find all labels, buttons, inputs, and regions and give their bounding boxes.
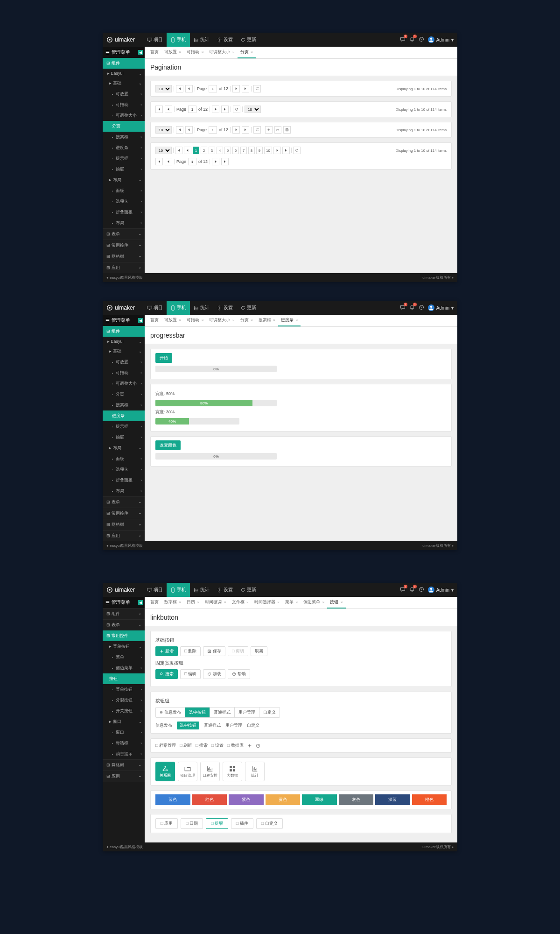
help-icon[interactable] [419,304,424,311]
close-icon[interactable]: × [179,50,182,54]
sidebar-section[interactable]: ⊞ 应用 [103,530,145,541]
topnav-mobile[interactable]: 手机 [167,33,190,47]
topnav-desktop[interactable]: 项目 [143,33,167,47]
topnav-desktop[interactable]: 项目 [143,583,167,597]
sidebar-item[interactable]: 进度条 [103,410,145,421]
close-icon[interactable]: × [246,600,249,604]
tab[interactable]: 可放置 × [161,315,184,326]
tab[interactable]: 首页 [147,315,161,326]
brand-logo[interactable]: uimaker [106,304,135,311]
button-编辑[interactable]: □ 编辑 [180,669,201,679]
brand-logo[interactable]: uimaker [106,36,135,43]
topnav-mobile[interactable]: 手机 [167,583,190,597]
group-item[interactable]: 普通样式 [210,708,235,717]
sidebar-item[interactable]: 可调整大小 [103,378,145,389]
last-button[interactable] [221,106,229,113]
group-item[interactable]: 选中按钮 [185,708,210,717]
sidebar-item[interactable]: 菜单 [103,652,145,663]
sidebar-section[interactable]: ⊞ 表单 [103,619,145,630]
group-item[interactable]: 用户管理 [235,708,259,717]
sidebar-section[interactable]: ⊞ 网格树 [103,519,145,530]
topnav-gear[interactable]: 设置 [213,33,237,47]
close-icon[interactable]: × [202,318,204,322]
tab[interactable]: 时间选择器 × [252,597,282,609]
page-number[interactable]: 9 [256,147,263,154]
sidebar-item[interactable]: 可放置 [103,89,145,99]
toolbar-icon[interactable] [264,743,269,748]
sidebar-item[interactable]: 消息提示 [103,749,145,759]
color-button[interactable]: 翠绿 [302,794,337,805]
sidebar-item[interactable]: 搜索框 [103,132,145,142]
outline-button[interactable]: □ 插件 [231,818,253,829]
button-保存[interactable]: 保存 [203,646,225,656]
topnav-refresh[interactable]: 更新 [237,301,260,315]
tab[interactable]: 首页 [147,47,161,58]
sidebar-section[interactable]: ⊞ 表单 [103,496,145,508]
page-input[interactable] [188,106,196,113]
notif-bell-icon[interactable]: 5 [409,587,415,593]
sidebar-item[interactable]: 分页 [103,389,145,400]
user-menu[interactable]: Admin▾ [428,36,454,43]
page-number[interactable]: 4 [217,147,223,154]
user-menu[interactable]: Admin▾ [428,304,454,311]
help-icon[interactable] [419,587,424,593]
outline-button[interactable]: □ 应用 [155,818,178,829]
button-新增[interactable]: 新增 [155,646,178,656]
pagesize-select[interactable]: 10 [245,106,261,113]
big-icon[interactable]: 统计 [245,762,265,781]
sidebar-header[interactable]: ⊞ 组件 [103,326,145,337]
link-item[interactable]: 普通样式 [204,722,221,729]
sidebar-item[interactable]: ▸ 基础 [103,78,145,89]
button-搜索[interactable]: 搜索 [155,669,178,679]
user-menu[interactable]: Admin▾ [428,587,454,593]
pagesize-select[interactable]: 10 [155,85,172,92]
topnav-chart[interactable]: 统计 [190,301,213,315]
button-剪切[interactable]: □ 剪切 [228,646,248,656]
group-item[interactable]: ⊕ 信息发布 [156,708,185,717]
tab[interactable]: 按钮 × [327,597,345,609]
last-button[interactable] [242,85,249,92]
cut-button[interactable]: ✂ [274,126,281,134]
page-number[interactable]: 3 [209,147,215,154]
close-icon[interactable]: × [322,600,325,604]
add-button[interactable] [265,126,273,134]
close-icon[interactable]: × [179,600,182,604]
sidebar-item[interactable]: ▸ Easyui [103,337,145,346]
refresh-button[interactable] [233,106,240,113]
big-icon[interactable]: 大数据 [223,762,242,781]
sidebar-collapse-icon[interactable]: ◀ [138,50,143,55]
tab[interactable]: 可调整大小 × [206,315,237,326]
sidebar-item[interactable]: 可调整大小 [103,110,145,121]
sidebar-item[interactable]: 提示框 [103,153,145,164]
sidebar-item[interactable]: ▸ Easyui [103,69,145,78]
page-number[interactable]: 6 [232,147,239,154]
link-item[interactable]: 信息发布 [155,722,172,729]
notif-bell-icon[interactable]: 5 [409,36,415,43]
close-icon[interactable]: × [232,50,235,54]
topnav-desktop[interactable]: 项目 [143,301,167,315]
sidebar-item[interactable]: 可拖动 [103,368,145,378]
notif-chat-icon[interactable]: 2 [400,304,406,311]
next-button[interactable] [212,106,219,113]
sidebar-item[interactable]: 抽屉 [103,432,145,443]
tab[interactable]: 时间微调 × [202,597,229,609]
help-icon[interactable] [419,36,424,43]
brand-logo[interactable]: uimaker [106,587,135,593]
toolbar-item[interactable]: □ 搜索 [196,743,208,749]
sidebar-item[interactable]: 面板 [103,453,145,464]
topnav-gear[interactable]: 设置 [213,583,237,597]
sidebar-item[interactable]: 选项卡 [103,464,145,475]
sidebar-item[interactable]: 窗口 [103,727,145,738]
sidebar-section[interactable]: ⊞ 应用 [103,262,145,273]
tab[interactable]: 可放置 × [161,47,184,58]
tab[interactable]: 可拖动 × [184,315,206,326]
color-button[interactable]: 橙色 [412,794,447,805]
page-number[interactable]: 8 [248,147,255,154]
notif-chat-icon[interactable]: 2 [400,36,406,43]
close-icon[interactable]: × [295,318,298,322]
sidebar-section[interactable]: ⊞ 网格树 [103,251,145,262]
start-button[interactable]: 开始 [155,353,172,363]
topnav-gear[interactable]: 设置 [213,301,237,315]
page-input[interactable] [209,85,217,92]
prev-button[interactable] [165,106,172,113]
